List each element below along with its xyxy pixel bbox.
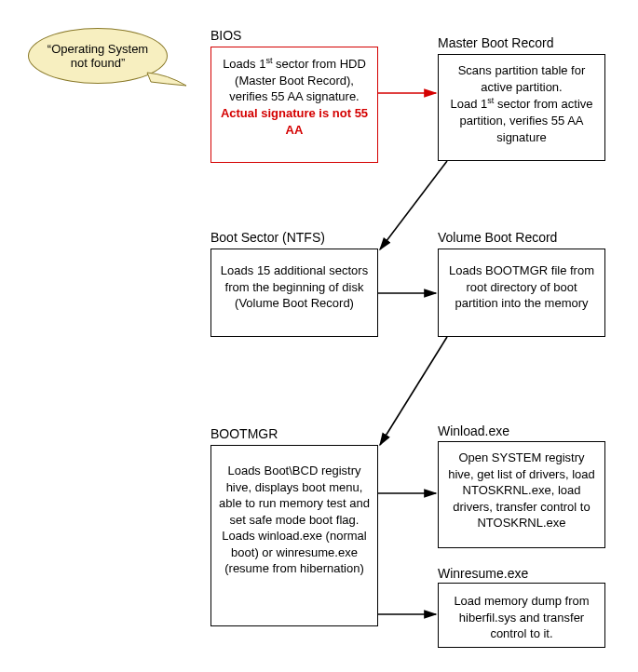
vbr-text: Loads BOOTMGR file from root directory o… — [449, 263, 594, 310]
mbr-text-b1: Load 1 — [450, 97, 487, 111]
callout-tail-icon — [140, 65, 196, 102]
bootmgr-title: BOOTMGR — [210, 426, 278, 441]
mbr-text-b: Load 1st sector from active partition, v… — [450, 97, 592, 143]
bootsector-text: Loads 15 additional sectors from the beg… — [221, 263, 368, 310]
bios-error-text: Actual signature is not 55 AA — [221, 106, 368, 137]
vbr-title: Volume Boot Record — [438, 230, 557, 245]
mbr-title: Master Boot Record — [438, 35, 554, 50]
winresume-title: Winresume.exe — [438, 566, 528, 581]
mbr-box: Scans partition table for active partiti… — [438, 54, 605, 161]
bios-box: Loads 1st sector from HDD (Master Boot R… — [210, 47, 378, 163]
bootsector-box: Loads 15 additional sectors from the beg… — [210, 249, 378, 337]
winresume-text: Load memory dump from hiberfil.sys and t… — [454, 594, 589, 640]
bios-text: Loads 1st sector from HDD (Master Boot R… — [223, 57, 366, 103]
bootmgr-text: Loads Boot\BCD registry hive, displays b… — [219, 464, 370, 575]
bios-title: BIOS — [210, 28, 241, 43]
bootsector-title: Boot Sector (NTFS) — [210, 230, 325, 245]
vbr-box: Loads BOOTMGR file from root directory o… — [438, 249, 605, 337]
mbr-text-a: Scans partition table for active partiti… — [458, 63, 586, 94]
winload-text: Open SYSTEM registry hive, get list of d… — [448, 450, 595, 530]
bootmgr-box: Loads Boot\BCD registry hive, displays b… — [210, 445, 378, 626]
winload-box: Open SYSTEM registry hive, get list of d… — [438, 441, 605, 548]
winresume-box: Load memory dump from hiberfil.sys and t… — [438, 583, 605, 648]
bios-text-a: Loads 1 — [223, 57, 265, 71]
callout-os-not-found: “Operating System not found” — [28, 28, 168, 93]
winload-title: Winload.exe — [438, 423, 509, 438]
